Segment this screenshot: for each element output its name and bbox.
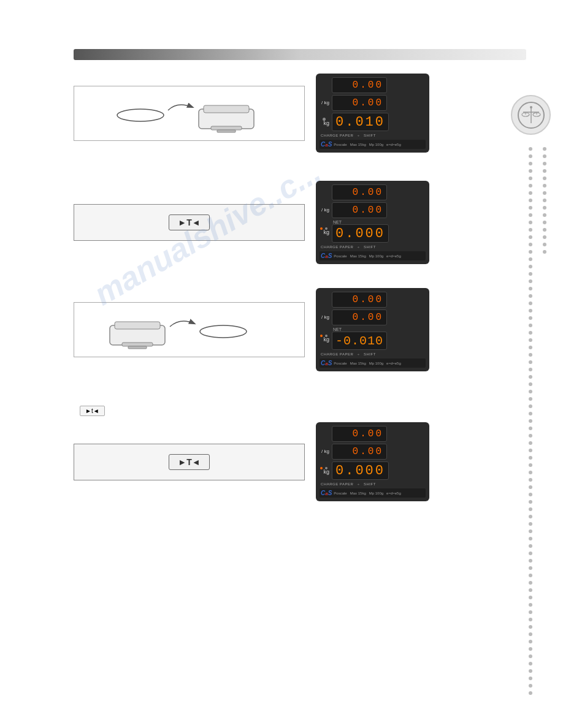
svg-rect-16	[128, 346, 147, 349]
section-2-tare: ►T◄ 0.00 / kg 0.00	[74, 181, 429, 264]
row2-value-s1: 0.00	[332, 95, 387, 111]
section-1-place-object: 0.00 / kg 0.00 kg 0.010 CHARGE PAPER	[74, 74, 429, 153]
svg-point-17	[200, 325, 247, 338]
bottom-text-s3: CHARGE PAPER ÷ SHIFT	[321, 352, 376, 356]
row3-label-s1: kg	[320, 121, 329, 126]
bottom-text-s2: CHARGE PAPER ÷ SHIFT	[321, 245, 376, 249]
row2-value-s2: 0.00	[332, 202, 387, 218]
section4-illustration: ►T◄	[74, 444, 305, 480]
bottom-text-s4: CHARGE PAPER ÷ SHIFT	[321, 482, 376, 486]
display-row1-s3: 0.00	[320, 292, 426, 308]
section4-small-tare-area: ►t◄	[74, 404, 429, 416]
row3-value-s3: -0.010	[332, 332, 387, 350]
cas-spec-s3: Poscale Max 15kg Mp 100g e=d=e5g	[334, 362, 400, 365]
row2-label-s1: / kg	[320, 100, 329, 105]
cas-logo-s2: CaS	[321, 252, 332, 259]
tare-button-box-1: ►T◄	[74, 204, 305, 241]
scale-display-4: 0.00 / kg 0.00 kg 0.000	[316, 422, 429, 501]
bottom-bar-s2: CHARGE PAPER ÷ SHIFT	[320, 245, 426, 249]
row1-value-s2: 0.00	[332, 184, 387, 200]
display-row3-s2: kg NET 0.000	[320, 220, 426, 243]
row2-label-s4: / kg	[320, 449, 329, 454]
svg-point-7	[530, 106, 532, 108]
illus-box-3	[74, 302, 305, 357]
section1-illustration	[74, 86, 305, 141]
net-label-s2: NET	[333, 220, 342, 224]
row1-value-s4: 0.00	[332, 426, 387, 442]
tare-label-1[interactable]: ►T◄	[169, 214, 209, 230]
cas-logo-s1: CaS	[321, 141, 332, 148]
section-4-result: ►t◄ ►T◄ 0.00 / kg 0.00	[74, 404, 429, 501]
scale-display-3: 0.00 / kg 0.00 kg NET	[316, 288, 429, 371]
row2-value-s4: 0.00	[332, 444, 387, 460]
display-row2-s1: / kg 0.00	[320, 95, 426, 111]
row3-label-s2: kg	[320, 230, 329, 235]
scale-display-1: 0.00 / kg 0.00 kg 0.010 CHARGE PAPER	[316, 74, 429, 153]
bottom-bar-s3: CHARGE PAPER ÷ SHIFT	[320, 352, 426, 357]
cas-brand-s1: CaS Poscale Max 15kg Mp 100g e=d=e5g	[320, 140, 426, 149]
illus-box-1	[74, 86, 305, 141]
display-row2-s4: / kg 0.00	[320, 444, 426, 460]
scale-display-2: 0.00 / kg 0.00 kg NET	[316, 181, 429, 264]
display-row3-s3: kg NET -0.010	[320, 327, 426, 350]
display-row1-s4: 0.00	[320, 426, 426, 442]
row3-label-s3: kg	[320, 337, 329, 343]
dots-decoration	[525, 147, 550, 699]
display-row2-s3: / kg 0.00	[320, 309, 426, 325]
tare-button-box-2: ►T◄	[74, 444, 305, 480]
row1-value-s1: 0.00	[332, 77, 387, 93]
svg-point-8	[117, 109, 164, 121]
bottom-bar-s1: CHARGE PAPER ÷ SHIFT	[320, 133, 426, 138]
row3-label-s4: kg	[320, 469, 329, 475]
cas-brand-s3: CaS Poscale Max 15kg Mp 100g e=d=e5g	[320, 358, 426, 368]
svg-rect-12	[217, 130, 236, 132]
cas-spec-s2: Poscale Max 15kg Mp 100g e=d=e5g	[334, 254, 400, 258]
scale-placement-illustration-1	[104, 92, 275, 135]
tare-small-button[interactable]: ►t◄	[80, 406, 105, 416]
tare-label-2[interactable]: ►T◄	[169, 454, 209, 470]
section2-illustration: ►T◄	[74, 204, 305, 241]
section-3-remove-object: 0.00 / kg 0.00 kg NET	[74, 288, 429, 371]
display-row3-s1: kg 0.010	[320, 113, 426, 131]
section3-illustration	[74, 302, 305, 357]
svg-rect-15	[122, 343, 153, 346]
scales-icon	[517, 101, 545, 129]
row1-value-s3: 0.00	[332, 292, 387, 308]
row3-value-s1: 0.010	[332, 113, 389, 131]
cas-brand-s2: CaS Poscale Max 15kg Mp 100g e=d=e5g	[320, 251, 426, 260]
row2-value-s3: 0.00	[332, 309, 387, 325]
bottom-text-s1: CHARGE PAPER ÷ SHIFT	[321, 134, 376, 137]
cas-brand-s4: CaS Poscale Max 15kg Mp 100g e=d=e5g	[320, 488, 426, 498]
svg-rect-10	[204, 105, 249, 113]
row3-value-s2: 0.000	[332, 224, 389, 243]
cas-logo-s3: CaS	[321, 360, 332, 366]
cas-logo-s4: CaS	[321, 490, 332, 496]
logo-circle	[511, 95, 551, 135]
net-label-s3: NET	[333, 327, 342, 332]
display-row2-s2: / kg 0.00	[320, 202, 426, 218]
svg-rect-11	[211, 126, 242, 130]
row2-label-s2: / kg	[320, 208, 329, 213]
row2-label-s3: / kg	[320, 315, 329, 320]
scale-removal-illustration	[104, 308, 275, 351]
header-bar	[74, 49, 526, 60]
display-row3-s4: kg 0.000	[320, 461, 426, 480]
cas-spec-s4: Poscale Max 15kg Mp 100g e=d=e5g	[334, 491, 400, 495]
svg-rect-14	[115, 322, 160, 329]
cas-spec-s1: Poscale Max 15kg Mp 100g e=d=e5g	[334, 143, 400, 146]
display-row1-s1: 0.00	[320, 77, 426, 93]
display-row1-s2: 0.00	[320, 184, 426, 200]
bottom-bar-s4: CHARGE PAPER ÷ SHIFT	[320, 482, 426, 487]
row3-value-s4: 0.000	[332, 461, 389, 480]
